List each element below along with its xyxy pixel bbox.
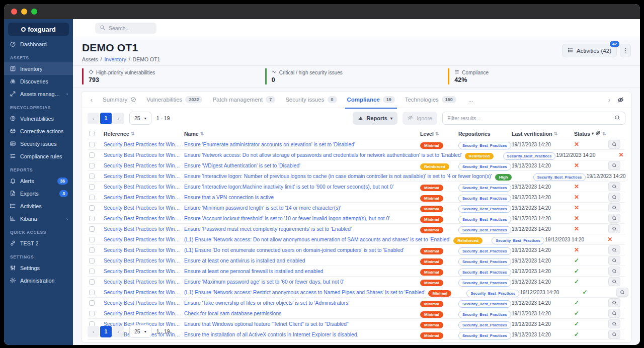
row-checkbox[interactable] xyxy=(89,300,95,306)
inspect-button[interactable] xyxy=(608,277,620,286)
tab-vulnerabilities[interactable]: Vulnerabilities2032 xyxy=(141,92,207,108)
sidebar-item-administration[interactable]: Administration xyxy=(4,274,73,287)
inspect-button[interactable] xyxy=(608,203,620,212)
tab-summary[interactable]: Summary xyxy=(98,92,141,108)
select-all-checkbox[interactable] xyxy=(89,131,95,136)
reference-link[interactable]: Security Best Practices for Windows xyxy=(104,205,181,211)
rule-name-link[interactable]: Ensure 'Account lockout threshold' is se… xyxy=(184,216,417,221)
inspect-button[interactable] xyxy=(608,193,620,202)
row-checkbox[interactable] xyxy=(89,247,95,253)
rule-name-link[interactable]: (L1) Ensure 'Network access: Do not allo… xyxy=(184,237,450,242)
rule-name-link[interactable]: Ensure at least one personal firewall is… xyxy=(184,269,417,274)
tab-compliance[interactable]: Compliance19 xyxy=(342,92,400,108)
reference-link[interactable]: Security Best Practices for Windows xyxy=(104,152,181,158)
rule-name-link[interactable]: Ensure that a VPN connection is active xyxy=(184,195,417,200)
row-checkbox[interactable] xyxy=(89,152,95,158)
rule-name-link[interactable]: (L1) Ensure 'Do not enumerate connected … xyxy=(184,247,417,253)
reference-link[interactable]: Security Best Practices for Windows xyxy=(104,173,181,179)
tab-patch-management[interactable]: Patch management7 xyxy=(207,92,280,108)
sidebar-item-exports[interactable]: Exports3 xyxy=(4,187,73,200)
filter-search-icon[interactable] xyxy=(614,114,620,123)
sidebar-item-alerts[interactable]: Alerts36 xyxy=(4,175,73,187)
reference-link[interactable]: Security Best Practices for Windows xyxy=(104,216,181,221)
logo[interactable]: foxguard xyxy=(8,23,69,36)
minimize-window-button[interactable] xyxy=(21,9,27,15)
sidebar-item-settings[interactable]: Settings xyxy=(4,262,73,274)
page-size-select[interactable]: 25 ▾ xyxy=(129,112,151,125)
sidebar-item-assets-management[interactable]: Assets management‹ xyxy=(4,88,73,100)
sidebar-item-corrective-actions[interactable]: Corrective actions xyxy=(4,125,73,137)
column-header-reference[interactable]: Reference⇅ xyxy=(104,131,181,137)
tab-technologies[interactable]: Technologies150 xyxy=(400,92,461,108)
sidebar-item-security-issues[interactable]: Security issues xyxy=(4,137,73,150)
row-checkbox[interactable] xyxy=(89,195,95,200)
row-checkbox[interactable] xyxy=(89,237,95,242)
sidebar-item-kibana[interactable]: Kibana‹ xyxy=(4,212,73,225)
row-checkbox[interactable] xyxy=(89,205,95,211)
inspect-button[interactable] xyxy=(608,161,620,170)
current-page-button[interactable]: 1 xyxy=(100,113,112,124)
inspect-button[interactable] xyxy=(608,182,620,191)
sidebar-item-dashboard[interactable]: Dashboard xyxy=(4,38,73,50)
sidebar-item-activities[interactable]: Activities xyxy=(4,200,73,212)
chevron-left-icon[interactable]: ‹ xyxy=(66,216,68,221)
filter-input[interactable] xyxy=(447,115,611,121)
reference-link[interactable]: Security Best Practices for Windows xyxy=(104,300,181,306)
inspect-button[interactable] xyxy=(616,288,628,297)
activities-button[interactable]: Activities (42) 42 xyxy=(562,44,617,57)
row-checkbox[interactable] xyxy=(89,311,95,316)
page-size-select[interactable]: 25 ▾ xyxy=(129,325,151,338)
next-page-button[interactable]: › xyxy=(113,326,124,337)
row-checkbox[interactable] xyxy=(89,142,95,147)
reference-link[interactable]: Security Best Practices for Windows xyxy=(104,311,181,316)
reference-link[interactable]: Security Best Practices for Windows xyxy=(104,184,181,190)
reference-link[interactable]: Security Best Practices for Windows xyxy=(104,142,181,147)
reference-link[interactable]: Security Best Practices for Windows xyxy=(104,237,181,242)
row-checkbox[interactable] xyxy=(89,216,95,221)
rule-name-link[interactable]: Ensure at least one antivirus is install… xyxy=(184,258,417,264)
reference-link[interactable]: Security Best Practices for Windows xyxy=(104,290,181,295)
sidebar-item-vulnerabilities[interactable]: Vulnerabilities xyxy=(4,112,73,125)
rule-name-link[interactable]: Ensure 'WDigest Authentication' is set t… xyxy=(184,163,417,168)
rule-name-link[interactable]: Ensure 'Interactive logon: Number of pre… xyxy=(184,173,492,179)
inspect-button[interactable] xyxy=(608,256,620,265)
row-checkbox[interactable] xyxy=(89,184,95,190)
breadcrumb-item[interactable]: Inventory xyxy=(104,56,126,62)
column-header-repositories[interactable]: Repositories xyxy=(458,131,509,137)
rule-name-link[interactable]: Ensure 'Password must meet complexity re… xyxy=(184,226,417,232)
rule-name-link[interactable]: Ensure 'Maximum password age' is set to … xyxy=(184,279,417,285)
inspect-button[interactable] xyxy=(608,298,620,307)
rule-name-link[interactable]: Ensure 'Network access: Do not allow sto… xyxy=(184,152,462,158)
reference-link[interactable]: Security Best Practices for Windows xyxy=(104,195,181,200)
row-checkbox[interactable] xyxy=(89,226,95,232)
tab-overflow[interactable]: ... xyxy=(463,92,478,108)
ignore-button[interactable]: Ignore xyxy=(403,112,437,125)
sidebar-item-discoveries[interactable]: Discoveries xyxy=(4,75,73,88)
rule-name-link[interactable]: Ensure 'Enumerate administrator accounts… xyxy=(184,142,417,147)
inspect-button[interactable] xyxy=(608,309,620,318)
prev-page-button[interactable]: ‹ xyxy=(88,113,99,124)
prev-page-button[interactable]: ‹ xyxy=(88,326,99,337)
column-visibility-icon[interactable] xyxy=(615,97,625,103)
inspect-button[interactable] xyxy=(608,140,620,149)
row-checkbox[interactable] xyxy=(89,290,95,295)
reports-button[interactable]: Reports ▾ xyxy=(353,112,397,125)
global-search-input[interactable]: Search... xyxy=(95,23,156,34)
inspect-button[interactable] xyxy=(608,245,620,254)
reference-link[interactable]: Security Best Practices for Windows xyxy=(104,269,181,274)
inspect-button[interactable] xyxy=(608,267,620,276)
row-checkbox[interactable] xyxy=(89,269,95,274)
tab-security-issues[interactable]: Security issues0 xyxy=(280,92,342,108)
rule-name-link[interactable]: (L1) Ensure 'Network access: Restrict an… xyxy=(184,290,425,295)
reference-link[interactable]: Security Best Practices for Windows xyxy=(104,226,181,232)
row-checkbox[interactable] xyxy=(89,258,95,264)
tabs-scroll-left-icon[interactable]: ‹ xyxy=(88,96,96,104)
rule-name-link[interactable]: Check for local sam database permissions xyxy=(184,311,417,316)
rule-name-link[interactable]: Ensure 'Interactive logon:Machine inacti… xyxy=(184,184,417,190)
column-header-status[interactable]: Status▾⇅ xyxy=(574,130,605,137)
sidebar-item-test-2[interactable]: TEST 2 xyxy=(4,237,73,249)
row-checkbox[interactable] xyxy=(89,279,95,285)
close-window-button[interactable] xyxy=(11,9,17,15)
reference-link[interactable]: Security Best Practices for Windows xyxy=(104,163,181,168)
column-header-level[interactable]: Level⇅ xyxy=(420,131,455,137)
